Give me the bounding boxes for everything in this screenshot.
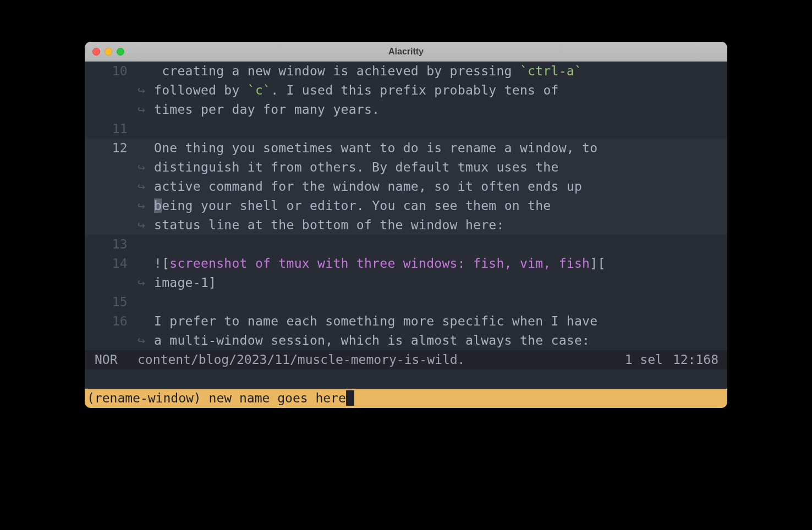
spacer [85, 369, 727, 389]
wrap-indicator-icon: ↪ [138, 100, 154, 119]
wrap-indicator-icon: ↪ [138, 196, 154, 216]
tmux-prompt-input[interactable]: new name goes here [209, 389, 346, 408]
titlebar[interactable]: Alacritty [85, 42, 727, 62]
editor-line[interactable]: ↪status line at the bottom of the window… [85, 216, 727, 235]
gutter: 12 [85, 139, 138, 158]
line-content[interactable] [154, 235, 727, 254]
gutter [85, 100, 138, 119]
line-content[interactable]: One thing you sometimes want to do is re… [154, 139, 727, 158]
line-content[interactable]: distinguish it from others. By default t… [154, 158, 727, 177]
wrap-indicator-icon: ↪ [138, 81, 154, 100]
tmux-prompt-label: (rename-window) [87, 389, 209, 408]
status-file: content/blog/2023/11/muscle-memory-is-wi… [138, 350, 625, 369]
line-content[interactable]: ![screenshot of tmux with three windows:… [154, 254, 727, 273]
editor-line[interactable]: 16I prefer to name each something more s… [85, 312, 727, 331]
maximize-button[interactable] [117, 48, 124, 56]
terminal-window: Alacritty 10 creating a new window is ac… [85, 42, 727, 408]
wrap-indicator-icon [138, 119, 154, 139]
line-content[interactable]: a multi-window session, which is almost … [154, 331, 727, 350]
gutter [85, 273, 138, 292]
wrap-indicator-icon [138, 312, 154, 331]
gutter: 14 [85, 254, 138, 273]
tmux-rename-prompt[interactable]: (rename-window) new name goes here [85, 389, 727, 408]
editor-line[interactable]: ↪being your shell or editor. You can see… [85, 196, 727, 216]
wrap-indicator-icon: ↪ [138, 177, 154, 196]
wrap-indicator-icon [138, 292, 154, 312]
gutter [85, 177, 138, 196]
editor-line[interactable]: ↪distinguish it from others. By default … [85, 158, 727, 177]
gutter [85, 196, 138, 216]
gutter [85, 216, 138, 235]
gutter: 13 [85, 235, 138, 254]
editor-line[interactable]: 13 [85, 235, 727, 254]
minimize-button[interactable] [105, 48, 112, 56]
line-content[interactable]: creating a new window is achieved by pre… [154, 62, 727, 81]
editor-cursor: b [154, 198, 162, 213]
wrap-indicator-icon: ↪ [138, 331, 154, 350]
editor-line[interactable]: ↪a multi-window session, which is almost… [85, 331, 727, 350]
wrap-indicator-icon: ↪ [138, 158, 154, 177]
line-content[interactable]: times per day for many years. [154, 100, 727, 119]
line-content[interactable]: I prefer to name each something more spe… [154, 312, 727, 331]
editor-line[interactable]: ↪times per day for many years. [85, 100, 727, 119]
line-content[interactable] [154, 119, 727, 139]
line-content[interactable]: status line at the bottom of the window … [154, 216, 727, 235]
gutter [85, 331, 138, 350]
editor-line[interactable]: 14![screenshot of tmux with three window… [85, 254, 727, 273]
editor-line[interactable]: ↪image-1] [85, 273, 727, 292]
line-content[interactable]: image-1] [154, 273, 727, 292]
gutter: 10 [85, 62, 138, 81]
window-title: Alacritty [388, 47, 424, 57]
wrap-indicator-icon [138, 254, 154, 273]
gutter: 15 [85, 292, 138, 312]
line-content[interactable] [154, 292, 727, 312]
wrap-indicator-icon [138, 235, 154, 254]
wrap-indicator-icon [138, 139, 154, 158]
close-button[interactable] [92, 48, 100, 56]
editor-line[interactable]: 15 [85, 292, 727, 312]
gutter [85, 81, 138, 100]
editor-line[interactable]: 12One thing you sometimes want to do is … [85, 139, 727, 158]
gutter: 16 [85, 312, 138, 331]
wrap-indicator-icon [138, 62, 154, 81]
line-content[interactable]: being your shell or editor. You can see … [154, 196, 727, 216]
editor-line[interactable]: ↪followed by `c`. I used this prefix pro… [85, 81, 727, 100]
editor-line[interactable]: ↪active command for the window name, so … [85, 177, 727, 196]
tmux-cursor [346, 390, 354, 406]
traffic-lights [92, 48, 124, 56]
editor-area[interactable]: 10 creating a new window is achieved by … [85, 62, 727, 350]
line-content[interactable]: followed by `c`. I used this prefix prob… [154, 81, 727, 100]
wrap-indicator-icon: ↪ [138, 273, 154, 292]
editor-line[interactable]: 11 [85, 119, 727, 139]
wrap-indicator-icon: ↪ [138, 216, 154, 235]
gutter: 11 [85, 119, 138, 139]
status-mode: NOR [91, 350, 138, 369]
gutter [85, 158, 138, 177]
status-position: 12:168 [673, 350, 721, 369]
status-selection: 1 sel [625, 350, 673, 369]
editor-line[interactable]: 10 creating a new window is achieved by … [85, 62, 727, 81]
editor-statusline: NOR content/blog/2023/11/muscle-memory-i… [85, 350, 727, 369]
line-content[interactable]: active command for the window name, so i… [154, 177, 727, 196]
